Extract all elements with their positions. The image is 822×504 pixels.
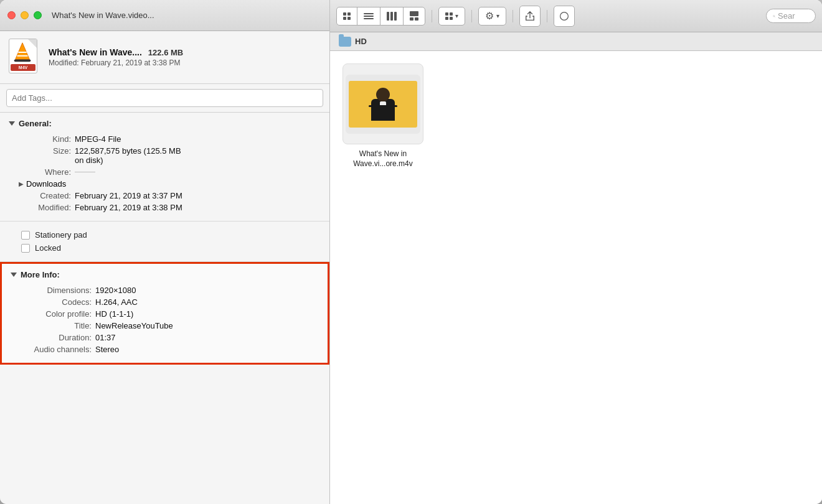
toolbar-sep1 [432,10,432,22]
action-button[interactable]: ⚙ ▾ [479,7,506,25]
toolbar-sep3 [513,10,513,22]
close-button[interactable] [7,11,16,19]
more-info-section: More Info: Dimensions: 1920×1080 Codecs:… [0,262,329,365]
icon-view-button[interactable] [337,7,357,25]
locked-row: Locked [21,243,308,253]
more-info-section-header[interactable]: More Info: [11,270,319,279]
tags-section [0,84,329,113]
modified-row: Modified: February 21, 2019 at 3:38 PM [9,203,321,212]
file-modified: Modified: February 21, 2019 at 3:38 PM [49,58,321,67]
created-label: Created: [9,191,71,200]
duration-label: Duration: [11,333,92,342]
share-button[interactable] [519,6,541,27]
file-name: What's New in Wave.... [49,47,142,57]
dimensions-value: 1920×1080 [95,286,319,295]
column-view-icon [387,12,397,21]
stationery-row: Stationery pad [21,230,308,240]
group-button-group: ▾ [438,7,465,26]
modified-label: Modified: [9,203,71,212]
where-label: Where: [9,167,71,177]
general-triangle [9,121,15,126]
gallery-view-button[interactable] [404,7,425,25]
tag-button[interactable] [554,6,575,27]
codecs-value: H.264, AAC [95,297,319,307]
dimensions-row: Dimensions: 1920×1080 [11,286,319,295]
color-profile-label: Color profile: [11,309,92,319]
modified-value: February 21, 2019 at 3:38 PM [75,203,321,212]
general-section-header[interactable]: General: [9,119,321,128]
size-value: 122,587,575 bytes (125.5 MBon disk) [75,146,321,165]
tag-icon [559,11,569,21]
person-figure [371,88,395,121]
kind-row: Kind: MPEG-4 File [9,134,321,144]
title-row: Title: NewReleaseYouTube [11,321,319,330]
more-info-triangle [11,273,17,277]
audio-channels-label: Audio channels: [11,345,92,354]
action-button-group: ⚙ ▾ [478,7,506,26]
file-thumbnail-item[interactable]: What's New in Wave.vi...ore.m4v [342,63,423,169]
file-size: 122.6 MB [148,48,183,57]
created-row: Created: February 21, 2019 at 3:37 PM [9,191,321,200]
list-view-button[interactable] [357,7,380,25]
downloads-triangle: ▶ [19,180,24,187]
duration-value: 01:37 [95,333,319,342]
minimize-button[interactable] [21,11,29,19]
audio-channels-row: Audio channels: Stereo [11,345,319,354]
hd-folder-icon [339,37,351,47]
finder-toolbar: ▾ ⚙ ▾ [330,0,822,32]
created-value: February 21, 2019 at 3:37 PM [75,191,321,200]
color-profile-value: HD (1-1-1) [95,309,319,319]
where-row: Where: ——— [9,167,321,177]
search-box [766,9,816,23]
file-format-badge: M4V [11,64,35,71]
downloads-row: ▶ Downloads [19,179,321,189]
size-row: Size: 122,587,575 bytes (125.5 MBon disk… [9,146,321,165]
traffic-lights [7,11,42,19]
stationery-label: Stationery pad [35,230,87,240]
codecs-row: Codecs: H.264, AAC [11,297,319,307]
locked-checkbox[interactable] [21,244,30,253]
vlc-icon [11,40,34,64]
finder-content: What's New in Wave.vi...ore.m4v [330,51,822,504]
icon-view-icon [343,12,351,20]
codecs-label: Codecs: [11,297,92,307]
toolbar-sep4 [547,10,547,22]
search-input[interactable] [778,11,809,21]
svg-point-4 [560,12,569,20]
file-header: M4V What's New in Wave.... 122.6 MB Modi… [0,31,329,84]
column-view-button[interactable] [380,7,404,25]
tags-input[interactable] [6,89,323,107]
kind-label: Kind: [9,134,71,144]
thumbnail-filename: What's New in Wave.vi...ore.m4v [353,149,413,169]
kind-value: MPEG-4 File [75,134,321,144]
color-profile-row: Color profile: HD (1-1-1) [11,309,319,319]
gallery-view-icon [410,11,418,21]
file-type-icon: M4V [9,39,41,76]
group-button[interactable]: ▾ [439,7,465,25]
svg-line-6 [775,16,775,17]
thumbnail-container [342,63,423,144]
action-dropdown-arrow: ▾ [496,12,499,19]
size-label: Size: [9,146,71,165]
list-view-icon [364,13,374,19]
maximize-button[interactable] [34,11,42,19]
file-info: What's New in Wave.... 122.6 MB Modified… [49,47,321,67]
main-window: What's New in Wave.video... [0,0,822,504]
view-buttons-group1 [336,7,425,26]
duration-row: Duration: 01:37 [11,333,319,342]
title-value: NewReleaseYouTube [95,321,319,330]
audio-channels-value: Stereo [95,345,319,354]
info-panel: What's New in Wave.video... [0,0,330,504]
title-label: Title: [11,321,92,330]
group-icon [445,12,453,20]
finder-panel: ▾ ⚙ ▾ [330,0,822,504]
dimensions-label: Dimensions: [11,286,92,295]
svg-rect-3 [14,59,31,62]
window-title: What's New in Wave.video... [52,11,154,20]
svg-marker-0 [16,43,30,60]
breadcrumb-text: HD [355,37,367,46]
group-dropdown-arrow: ▾ [455,12,458,19]
stationery-checkbox[interactable] [21,231,30,240]
finder-breadcrumb: HD [330,32,822,51]
checkboxes-section: Stationery pad Locked [0,222,329,262]
